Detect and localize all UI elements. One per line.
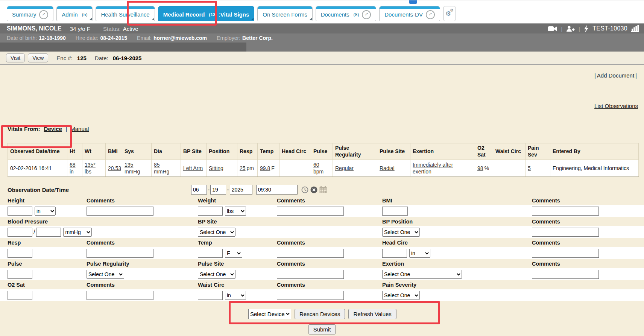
waist-circ-unit-select[interactable]: in: [225, 291, 246, 300]
tab-documents-dv[interactable]: Documents-DV ↗: [379, 6, 440, 21]
date-separator: -: [208, 186, 210, 193]
bp-diastolic-input[interactable]: [36, 228, 61, 237]
height-unit-select[interactable]: in: [35, 207, 56, 216]
resp-value-link[interactable]: 25: [240, 165, 246, 171]
rescan-devices-button[interactable]: Rescan Devices: [295, 309, 345, 319]
resp-comments-input[interactable]: [87, 249, 153, 258]
temp-unit-select[interactable]: F: [225, 249, 242, 258]
resp-cell: 25pm: [237, 160, 258, 177]
popout-icon[interactable]: ↗: [362, 10, 371, 19]
exertion-comments-input[interactable]: [532, 270, 599, 279]
lightning-bolt-icon[interactable]: [584, 25, 589, 32]
exertion-link[interactable]: Immediately after exertion: [413, 162, 453, 175]
temp-value-link[interactable]: 99.8: [260, 165, 270, 171]
dia-value-link[interactable]: 85: [154, 162, 160, 168]
clear-date-icon[interactable]: [310, 186, 317, 193]
hire-date-label: Hire date:: [76, 35, 99, 41]
pulse-cell: 60bpm: [311, 160, 333, 177]
add-document-link[interactable]: Add Document: [597, 72, 634, 79]
sys-value-link[interactable]: 135: [125, 162, 133, 168]
obs-month-input[interactable]: [191, 185, 207, 195]
bmi-input[interactable]: [382, 207, 408, 216]
bp-unit-select[interactable]: mmHg: [63, 228, 92, 237]
comments-label: Comments: [87, 282, 198, 288]
pulse-input[interactable]: [8, 270, 32, 279]
pulse-comments-input[interactable]: [277, 270, 344, 279]
comments-label: Comments: [532, 219, 639, 225]
waist-circ-comments-input[interactable]: [277, 291, 344, 300]
height-input[interactable]: [8, 207, 32, 216]
position-link[interactable]: Sitting: [209, 165, 223, 171]
temp-input[interactable]: [198, 249, 223, 258]
bp-systolic-input[interactable]: [8, 228, 32, 237]
calendar-icon[interactable]: [319, 186, 327, 193]
weight-comments-input[interactable]: [277, 207, 344, 216]
add-person-icon[interactable]: [566, 26, 575, 32]
patient-age-sex: 34 y/o F: [70, 26, 90, 32]
head-circ-comments-input[interactable]: [532, 249, 599, 258]
obs-time-input[interactable]: [256, 185, 298, 195]
visit-button[interactable]: Visit: [6, 53, 25, 62]
tab-documents[interactable]: Documents (8) ↗: [316, 6, 377, 21]
comments-label: Comments: [277, 198, 382, 204]
comments-label: Comments: [532, 198, 639, 204]
temp-comments-input[interactable]: [277, 249, 344, 258]
pulse-regularity-select[interactable]: Select One: [87, 270, 124, 279]
flowsheet-chart-icon[interactable]: [631, 25, 639, 32]
column-header: Position: [207, 143, 237, 160]
column-header: Observed Date/time: [8, 143, 67, 160]
form-label-row: O2 Sat Comments Waist Circ Comments Pain…: [0, 280, 644, 289]
obs-year-input[interactable]: [230, 185, 252, 195]
o2-sat-input[interactable]: [8, 291, 32, 300]
refresh-values-button[interactable]: Refresh Values: [348, 309, 396, 319]
popout-icon[interactable]: ↗: [39, 10, 48, 19]
pulse-site-link[interactable]: Radial: [380, 165, 395, 171]
waist-circ-input[interactable]: [198, 291, 223, 300]
o2-sat-link[interactable]: 98: [477, 165, 483, 171]
tab-settings-button[interactable]: ⚙ ⚙: [443, 6, 456, 21]
weight-input[interactable]: [198, 207, 223, 216]
list-observations-link[interactable]: List Observations: [594, 103, 638, 109]
tab-on-screen-forms[interactable]: On Screen Forms: [257, 6, 312, 21]
weight-unit-select[interactable]: lbs: [225, 207, 246, 216]
pulse-regularity-link[interactable]: Regular: [335, 165, 354, 171]
head-circ-input[interactable]: [382, 249, 407, 258]
wt-value-link[interactable]: 135*: [85, 162, 96, 168]
resp-input[interactable]: [8, 249, 32, 258]
tab-summary[interactable]: Summary ↗: [7, 6, 53, 21]
bp-position-select[interactable]: Select One: [382, 228, 420, 237]
pain-sev-link[interactable]: 5: [528, 165, 531, 171]
bp-comments-input[interactable]: [532, 228, 599, 237]
dia-unit: mmHg: [154, 168, 178, 175]
select-device-dropdown[interactable]: Select Device: [248, 309, 291, 319]
tab-medical-record-vital-signs[interactable]: Medical Record (12) :Vital Signs: [158, 6, 255, 21]
pulse-value-link[interactable]: 60: [313, 162, 319, 168]
vitals-from-manual-link[interactable]: Manual: [70, 126, 89, 132]
comments-label: Comments: [87, 240, 198, 246]
o2-sat-comments-input[interactable]: [87, 291, 153, 300]
exertion-select[interactable]: Select One: [382, 270, 462, 279]
head-circ-unit-select[interactable]: in: [409, 249, 430, 258]
vitals-from-device-link[interactable]: Device: [44, 126, 62, 132]
separator: |: [561, 26, 562, 32]
clock-icon[interactable]: [301, 186, 308, 193]
bmi-comments-input[interactable]: [532, 207, 599, 216]
ht-value-link[interactable]: 68: [70, 162, 76, 168]
submit-button[interactable]: Submit: [308, 324, 336, 334]
tab-admin[interactable]: Admin (5): [56, 6, 93, 21]
view-button[interactable]: View: [28, 53, 48, 62]
bp-site-link[interactable]: Left Arm: [183, 165, 203, 171]
obs-day-input[interactable]: [210, 185, 226, 195]
tab-health-surveillance[interactable]: Health Surveillance: [96, 6, 155, 21]
pulse-site-select[interactable]: Select One: [198, 270, 235, 279]
bp-site-select[interactable]: Select One: [198, 228, 235, 237]
pulse-regularity-cell: Regular: [333, 160, 377, 177]
column-header: Exertion: [410, 143, 475, 160]
pulse-unit: bpm: [313, 168, 330, 175]
popout-icon[interactable]: ↗: [426, 10, 435, 19]
pain-severity-select[interactable]: Select One: [382, 291, 420, 300]
bmi-value-link[interactable]: 20.53: [108, 165, 121, 171]
height-comments-input[interactable]: [87, 207, 153, 216]
column-header: Waist Circ: [493, 143, 526, 160]
video-camera-icon[interactable]: [548, 26, 557, 32]
